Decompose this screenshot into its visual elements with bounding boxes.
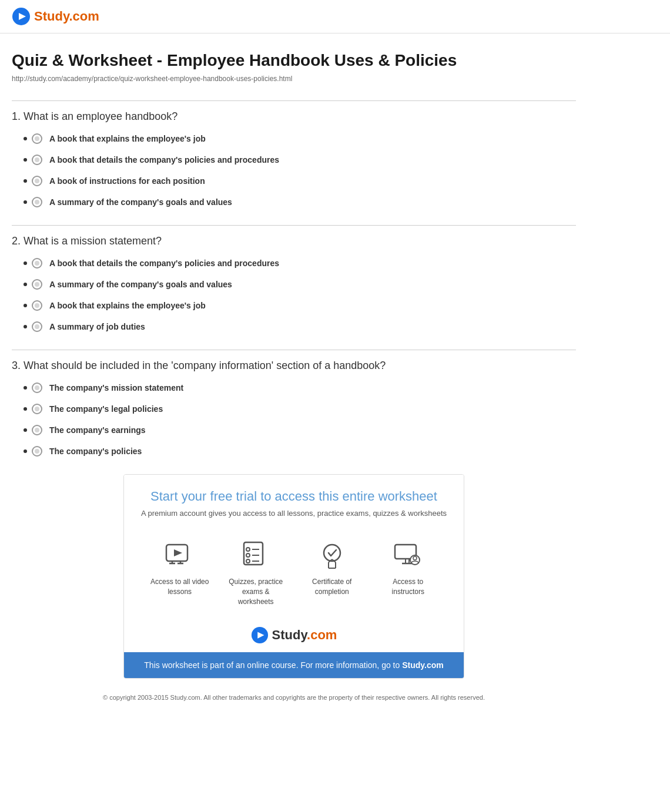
option-text: The company's earnings xyxy=(49,425,146,435)
list-item[interactable]: A book of instructions for each position xyxy=(24,176,576,186)
bullet-icon xyxy=(24,428,27,432)
feature-certificate-label: Certificate of completion xyxy=(300,577,364,597)
option-text: A book that details the company's polici… xyxy=(49,155,279,165)
option-text: A summary of the company's goals and val… xyxy=(49,197,232,207)
logo[interactable]: Study.com xyxy=(12,7,99,26)
video-icon xyxy=(165,540,195,571)
question-2: 2. What is a mission statement? A book t… xyxy=(12,225,576,332)
bullet-icon xyxy=(24,407,27,411)
site-header: Study.com xyxy=(0,0,670,33)
bullet-icon xyxy=(24,325,27,328)
feature-video-label: Access to all video lessons xyxy=(148,577,212,597)
radio-button[interactable] xyxy=(32,425,42,435)
cta-footer-text: This worksheet is part of an online cour… xyxy=(144,660,400,670)
radio-button[interactable] xyxy=(32,321,42,332)
certificate-icon xyxy=(317,540,347,571)
svg-point-15 xyxy=(324,545,340,561)
radio-button[interactable] xyxy=(32,404,42,414)
cta-logo-text: Study.com xyxy=(272,628,337,643)
list-item[interactable]: A book that explains the employee's job xyxy=(24,133,576,144)
bullet-icon xyxy=(24,179,27,183)
question-3-divider xyxy=(12,350,576,350)
page-title: Quiz & Worksheet - Employee Handbook Use… xyxy=(12,51,576,70)
question-3-text: 3. What should be included in the 'compa… xyxy=(12,360,576,372)
logo-text: Study.com xyxy=(34,9,99,24)
question-1-divider xyxy=(12,100,576,101)
feature-quiz-label: Quizzes, practice exams & worksheets xyxy=(223,577,288,606)
option-text: A book that explains the employee's job xyxy=(49,301,206,310)
cta-title: Start your free trial to access this ent… xyxy=(136,489,452,504)
list-item[interactable]: A summary of the company's goals and val… xyxy=(24,197,576,207)
radio-button[interactable] xyxy=(32,279,42,290)
radio-button[interactable] xyxy=(32,258,42,269)
list-item[interactable]: A book that explains the employee's job xyxy=(24,300,576,311)
radio-button[interactable] xyxy=(32,197,42,207)
bullet-icon xyxy=(24,283,27,286)
question-3-options: The company's mission statement The comp… xyxy=(24,382,576,457)
list-item[interactable]: A summary of job duties xyxy=(24,321,576,332)
instructor-icon xyxy=(393,540,423,571)
instructor-icon-container xyxy=(390,539,426,571)
list-item[interactable]: A book that details the company's polici… xyxy=(24,258,576,269)
radio-button[interactable] xyxy=(32,382,42,393)
feature-certificate: Certificate of completion xyxy=(300,539,364,606)
feature-quiz: Quizzes, practice exams & worksheets xyxy=(223,539,288,606)
radio-button[interactable] xyxy=(32,446,42,457)
svg-point-9 xyxy=(246,548,250,551)
question-1-text: 1. What is an employee handbook? xyxy=(12,110,576,123)
svg-point-11 xyxy=(246,559,250,563)
option-text: The company's mission statement xyxy=(49,383,183,392)
bullet-icon xyxy=(24,304,27,307)
option-text: A book that details the company's polici… xyxy=(49,259,279,268)
cta-footer-link[interactable]: Study.com xyxy=(402,660,444,670)
feature-video: Access to all video lessons xyxy=(148,539,212,606)
option-text: A summary of job duties xyxy=(49,322,145,331)
question-1: 1. What is an employee handbook? A book … xyxy=(12,100,576,207)
question-1-options: A book that explains the employee's job … xyxy=(24,133,576,207)
page-url: http://study.com/academy/practice/quiz-w… xyxy=(12,75,576,83)
main-content: Quiz & Worksheet - Employee Handbook Use… xyxy=(0,33,588,727)
option-text: The company's policies xyxy=(49,447,142,456)
list-item[interactable]: The company's mission statement xyxy=(24,382,576,393)
option-text: A book that explains the employee's job xyxy=(49,134,206,143)
radio-button[interactable] xyxy=(32,176,42,186)
option-text: A book of instructions for each position xyxy=(49,176,205,186)
list-item[interactable]: A summary of the company's goals and val… xyxy=(24,279,576,290)
certificate-icon-container xyxy=(314,539,350,571)
video-icon-container xyxy=(162,539,197,571)
cta-header: Start your free trial to access this ent… xyxy=(124,475,464,527)
radio-button[interactable] xyxy=(32,155,42,165)
cta-footer: This worksheet is part of an online cour… xyxy=(124,652,464,678)
bullet-icon xyxy=(24,137,27,140)
bullet-icon xyxy=(24,386,27,390)
feature-instructor-label: Access to instructors xyxy=(376,577,440,597)
bullet-icon xyxy=(24,261,27,265)
bullet-icon xyxy=(24,200,27,204)
bullet-icon xyxy=(24,158,27,162)
question-3: 3. What should be included in the 'compa… xyxy=(12,350,576,457)
feature-instructor: Access to instructors xyxy=(376,539,440,606)
cta-logo-icon xyxy=(251,626,269,644)
bullet-icon xyxy=(24,449,27,453)
svg-point-10 xyxy=(246,553,250,557)
option-text: A summary of the company's goals and val… xyxy=(49,280,232,289)
list-item[interactable]: The company's earnings xyxy=(24,425,576,435)
svg-marker-3 xyxy=(174,549,182,556)
quiz-icon-container xyxy=(238,539,273,571)
list-item[interactable]: The company's legal policies xyxy=(24,404,576,414)
cta-subtitle: A premium account gives you access to al… xyxy=(136,509,452,518)
list-item[interactable]: The company's policies xyxy=(24,446,576,457)
question-2-options: A book that details the company's polici… xyxy=(24,258,576,332)
question-2-divider xyxy=(12,225,576,226)
question-2-text: 2. What is a mission statement? xyxy=(12,235,576,247)
quiz-icon xyxy=(240,540,271,571)
list-item[interactable]: A book that details the company's polici… xyxy=(24,155,576,165)
cta-features: Access to all video lessons Quizzes, pr xyxy=(124,527,464,618)
radio-button[interactable] xyxy=(32,300,42,311)
option-text: The company's legal policies xyxy=(49,404,163,414)
copyright: © copyright 2003-2015 Study.com. All oth… xyxy=(12,693,576,715)
cta-box: Start your free trial to access this ent… xyxy=(123,474,464,679)
radio-button[interactable] xyxy=(32,133,42,144)
cta-logo: Study.com xyxy=(124,618,464,652)
logo-icon xyxy=(12,7,31,26)
